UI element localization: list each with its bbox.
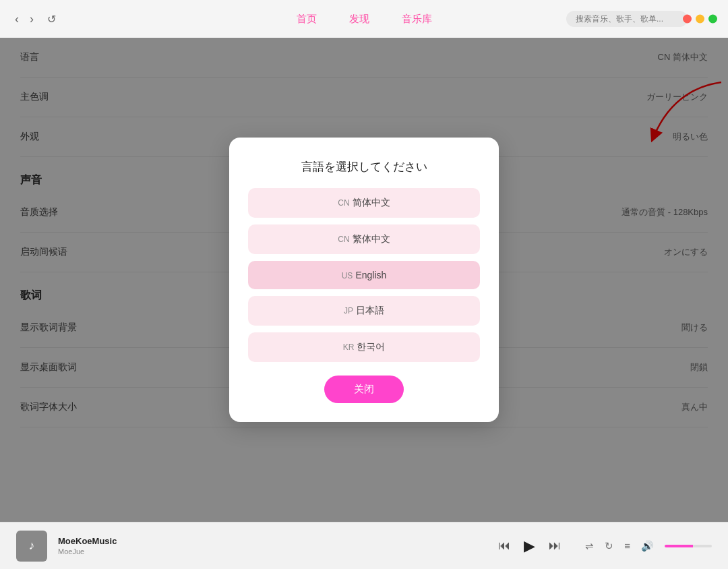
volume-slider[interactable] bbox=[665, 545, 712, 547]
volume-icon[interactable]: 🔊 bbox=[641, 540, 654, 552]
nav-forward-button[interactable]: › bbox=[26, 9, 38, 29]
music-note-icon: ♪ bbox=[29, 539, 35, 553]
minimize-button[interactable] bbox=[696, 15, 704, 24]
next-button[interactable]: ⏭ bbox=[549, 539, 561, 553]
lang-label-cn-traditional: 繁体中文 bbox=[353, 233, 390, 244]
lang-label-us-english: English bbox=[355, 270, 386, 280]
language-options: CN简体中文 CN繁体中文 USEnglish JP日本語 KR한국어 bbox=[248, 188, 480, 362]
modal-title: 言語を選択してください bbox=[301, 159, 427, 175]
refresh-button[interactable]: ↺ bbox=[43, 10, 60, 28]
player-controls: ⏮ ▶ ⏭ bbox=[498, 537, 561, 555]
traffic-lights bbox=[683, 15, 717, 24]
lang-option-cn-simplified[interactable]: CN简体中文 bbox=[248, 188, 480, 218]
main-content: 语言 CN 简体中文 主色调 ガーリーピンク 外观 明るい色 声音 音质选择 通… bbox=[0, 38, 728, 522]
lang-flag-cn-traditional: CN bbox=[338, 235, 349, 244]
lang-flag-kr-korean: KR bbox=[343, 342, 355, 352]
lang-flag-cn-simplified: CN bbox=[338, 198, 349, 208]
prev-button[interactable]: ⏮ bbox=[498, 539, 510, 553]
player-thumbnail: ♪ bbox=[16, 531, 47, 562]
lang-flag-jp-japanese: JP bbox=[344, 306, 353, 316]
tab-library[interactable]: 音乐库 bbox=[402, 13, 432, 26]
modal-close-button[interactable]: 关闭 bbox=[324, 376, 404, 403]
nav-arrows: ‹ › ↺ bbox=[11, 9, 60, 29]
lang-option-kr-korean[interactable]: KR한국어 bbox=[248, 332, 480, 362]
playlist-button[interactable]: ≡ bbox=[624, 540, 630, 551]
nav-back-button[interactable]: ‹ bbox=[11, 9, 23, 29]
player-title: MoeKoeMusic bbox=[58, 536, 117, 546]
search-input[interactable] bbox=[566, 11, 688, 27]
lang-label-cn-simplified: 简体中文 bbox=[353, 197, 390, 208]
lang-option-cn-traditional[interactable]: CN繁体中文 bbox=[248, 224, 480, 254]
shuffle-button[interactable]: ⇌ bbox=[585, 540, 594, 552]
player-artist: MoeJue bbox=[58, 547, 117, 556]
tab-home[interactable]: 首页 bbox=[297, 13, 317, 26]
close-button[interactable] bbox=[683, 15, 692, 24]
language-modal: 言語を選択してください CN简体中文 CN繁体中文 USEnglish JP日本… bbox=[229, 138, 499, 422]
modal-overlay[interactable]: 言語を選択してください CN简体中文 CN繁体中文 USEnglish JP日本… bbox=[0, 38, 728, 522]
tab-discover[interactable]: 发现 bbox=[349, 13, 369, 26]
lang-label-jp-japanese: 日本語 bbox=[356, 305, 384, 316]
lang-label-kr-korean: 한국어 bbox=[357, 341, 385, 352]
player-bar: ♪ MoeKoeMusic MoeJue ⏮ ▶ ⏭ ⇌ ↻ ≡ 🔊 bbox=[0, 522, 728, 569]
player-extras: ⇌ ↻ ≡ 🔊 bbox=[585, 540, 712, 552]
lang-flag-us-english: US bbox=[342, 271, 353, 280]
play-button[interactable]: ▶ bbox=[524, 537, 535, 555]
maximize-button[interactable] bbox=[708, 15, 717, 24]
lang-option-jp-japanese[interactable]: JP日本語 bbox=[248, 296, 480, 326]
repeat-button[interactable]: ↻ bbox=[605, 540, 613, 552]
title-bar: ‹ › ↺ 首页 发现 音乐库 bbox=[0, 0, 728, 38]
nav-tabs: 首页 发现 音乐库 bbox=[297, 13, 432, 26]
player-info: MoeKoeMusic MoeJue bbox=[58, 536, 117, 556]
lang-option-us-english[interactable]: USEnglish bbox=[248, 261, 480, 289]
